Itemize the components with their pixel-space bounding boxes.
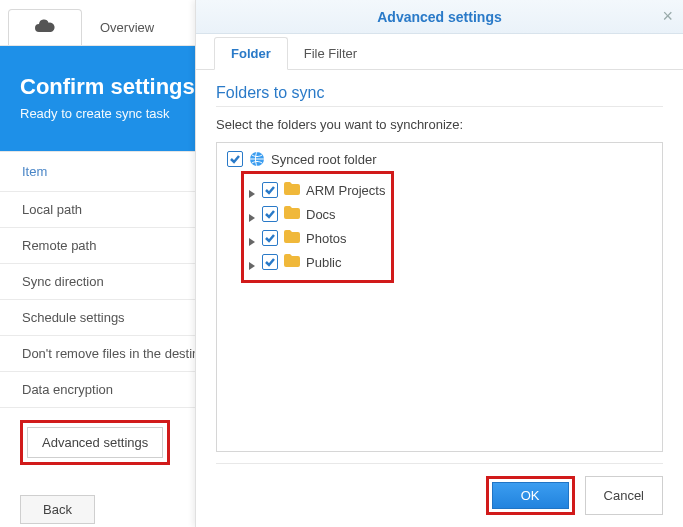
- tree-child-row[interactable]: Docs: [248, 202, 385, 226]
- folder-icon: [284, 230, 300, 246]
- svg-marker-2: [249, 214, 255, 222]
- tab-overview-label: Overview: [100, 20, 154, 35]
- advanced-settings-dialog: Advanced settings × Folder File Filter F…: [195, 0, 683, 527]
- tree-root-label: Synced root folder: [271, 152, 377, 167]
- folder-tree: Synced root folder ARM Projects Docs: [216, 142, 663, 452]
- dialog-footer: OK Cancel: [216, 463, 663, 515]
- svg-marker-3: [249, 238, 255, 246]
- folder-icon: [284, 254, 300, 270]
- caret-right-icon[interactable]: [248, 210, 256, 218]
- tree-child-row[interactable]: ARM Projects: [248, 178, 385, 202]
- globe-icon: [249, 151, 265, 167]
- tab-file-filter[interactable]: File Filter: [288, 38, 373, 69]
- checkbox[interactable]: [262, 254, 278, 270]
- checkbox[interactable]: [227, 151, 243, 167]
- checkbox[interactable]: [262, 182, 278, 198]
- tree-child-label: Docs: [306, 207, 336, 222]
- dialog-tabs: Folder File Filter: [196, 34, 683, 70]
- dialog-title: Advanced settings: [377, 9, 501, 25]
- cloud-icon: [34, 19, 56, 36]
- svg-marker-4: [249, 262, 255, 270]
- tree-child-row[interactable]: Photos: [248, 226, 385, 250]
- highlight-ok: OK: [486, 476, 575, 515]
- folder-icon: [284, 206, 300, 222]
- tree-child-label: ARM Projects: [306, 183, 385, 198]
- back-button[interactable]: Back: [20, 495, 95, 524]
- advanced-settings-button[interactable]: Advanced settings: [27, 427, 163, 458]
- close-icon[interactable]: ×: [662, 6, 673, 27]
- svg-marker-1: [249, 190, 255, 198]
- tab-cloud[interactable]: [8, 9, 82, 45]
- cancel-button[interactable]: Cancel: [585, 476, 663, 515]
- checkbox[interactable]: [262, 206, 278, 222]
- highlight-advanced: Advanced settings: [20, 420, 170, 465]
- ok-button[interactable]: OK: [492, 482, 569, 509]
- tree-child-label: Public: [306, 255, 341, 270]
- dialog-header: Advanced settings ×: [196, 0, 683, 34]
- tab-overview[interactable]: Overview: [82, 9, 192, 45]
- tree-child-label: Photos: [306, 231, 346, 246]
- highlight-checkboxes: ARM Projects Docs Photos: [241, 171, 394, 283]
- caret-right-icon[interactable]: [248, 186, 256, 194]
- checkbox[interactable]: [262, 230, 278, 246]
- caret-right-icon[interactable]: [248, 234, 256, 242]
- tree-child-row[interactable]: Public: [248, 250, 385, 274]
- section-title: Folders to sync: [216, 84, 663, 102]
- caret-right-icon[interactable]: [248, 258, 256, 266]
- folder-icon: [284, 182, 300, 198]
- tab-folder[interactable]: Folder: [214, 37, 288, 70]
- section-description: Select the folders you want to synchroni…: [216, 117, 663, 132]
- tree-root-row[interactable]: Synced root folder: [227, 151, 652, 167]
